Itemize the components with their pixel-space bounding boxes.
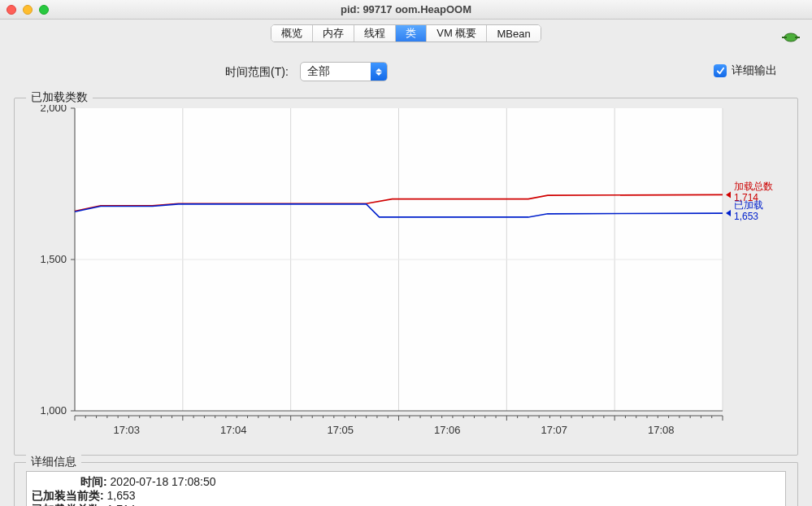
detail-row-loaded-current: 已加装当前类: 1,653 bbox=[32, 489, 780, 503]
chart-group-title: 已加载类数 bbox=[26, 90, 93, 105]
svg-text:已加载: 已加载 bbox=[734, 199, 763, 211]
controls-row: 时间范围(T): 全部 详细输出 bbox=[11, 62, 801, 85]
svg-text:17:07: 17:07 bbox=[541, 424, 568, 436]
line-chart: 1,0001,5002,00017:0317:0417:0517:0617:07… bbox=[26, 105, 786, 443]
svg-text:17:03: 17:03 bbox=[113, 424, 140, 436]
connection-status-icon bbox=[781, 32, 801, 43]
close-icon[interactable] bbox=[7, 5, 16, 15]
titlebar: pid: 99717 oom.HeapOOM bbox=[0, 0, 812, 20]
tab-1[interactable]: 内存 bbox=[313, 25, 354, 41]
svg-text:加载总数: 加载总数 bbox=[734, 181, 773, 192]
maximize-icon[interactable] bbox=[39, 5, 49, 15]
svg-text:17:04: 17:04 bbox=[220, 424, 247, 436]
window-title: pid: 99717 oom.HeapOOM bbox=[0, 3, 812, 15]
svg-text:17:05: 17:05 bbox=[327, 424, 354, 436]
svg-rect-2 bbox=[795, 37, 800, 38]
detail-output-checkbox[interactable]: 详细输出 bbox=[714, 63, 777, 78]
main-stage: 概览内存线程类VM 概要MBean 时间范围(T): 全部 详细输出 已加载类数… bbox=[0, 20, 812, 506]
tab-4[interactable]: VM 概要 bbox=[427, 25, 487, 41]
chevron-updown-icon bbox=[371, 63, 387, 81]
tab-segment: 概览内存线程类VM 概要MBean bbox=[271, 24, 541, 42]
svg-text:17:06: 17:06 bbox=[434, 424, 461, 436]
detail-output-label: 详细输出 bbox=[732, 63, 777, 78]
tab-2[interactable]: 线程 bbox=[354, 25, 396, 41]
tabbar: 概览内存线程类VM 概要MBean bbox=[0, 24, 812, 42]
svg-rect-1 bbox=[782, 37, 787, 38]
svg-text:1,500: 1,500 bbox=[40, 253, 67, 265]
details-group-title: 详细信息 bbox=[26, 455, 81, 469]
detail-row-loaded-total: 已加载类总数: 1,714 bbox=[32, 503, 780, 506]
chart-group: 已加载类数 1,0001,5002,00017:0317:0417:0517:0… bbox=[14, 98, 798, 456]
details-group: 详细信息 时间: 2020-07-18 17:08:50 已加装当前类: 1,6… bbox=[14, 462, 798, 506]
checkbox-icon bbox=[714, 64, 727, 77]
details-box: 时间: 2020-07-18 17:08:50 已加装当前类: 1,653 已加… bbox=[26, 471, 786, 506]
content-frame: 时间范围(T): 全部 详细输出 已加载类数 1,0001,5002,00017… bbox=[11, 50, 801, 506]
tab-0[interactable]: 概览 bbox=[271, 25, 313, 41]
time-range-value: 全部 bbox=[301, 64, 371, 79]
svg-text:1,000: 1,000 bbox=[40, 404, 67, 417]
tab-5[interactable]: MBean bbox=[487, 25, 540, 41]
svg-text:2,000: 2,000 bbox=[40, 105, 67, 114]
chart-area[interactable]: 1,0001,5002,00017:0317:0417:0517:0617:07… bbox=[26, 105, 786, 443]
time-range-label: 时间范围(T): bbox=[225, 65, 289, 80]
window-controls bbox=[7, 5, 49, 15]
minimize-icon[interactable] bbox=[23, 5, 33, 15]
svg-text:17:08: 17:08 bbox=[648, 424, 675, 436]
svg-text:1,653: 1,653 bbox=[734, 211, 758, 222]
time-range-select[interactable]: 全部 bbox=[300, 62, 388, 81]
detail-row-time: 时间: 2020-07-18 17:08:50 bbox=[32, 475, 780, 489]
tab-3[interactable]: 类 bbox=[396, 25, 427, 41]
